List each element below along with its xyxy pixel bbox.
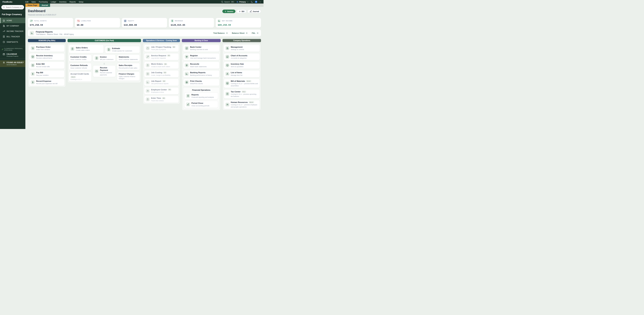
card-banking-reports[interactable]: Banking Reports Banking performance & hi… [183, 70, 220, 77]
card-reconcile[interactable]: Reconcile Match bank statements [183, 62, 220, 69]
operations-header: Operations & Services – Coming Soon [143, 39, 180, 42]
card-record-expense[interactable]: Record Expense Record your expenses w/o … [29, 79, 64, 86]
menu-reports[interactable]: Reports [70, 1, 76, 3]
card-tax-center[interactable]: Tax Center V1.1 Coming in V1.1 – preview… [224, 89, 260, 99]
card-work-orders[interactable]: Work Orders V2 Create & track work order… [144, 62, 179, 69]
card-job-costing[interactable]: Job Costing V2 Costs, margin & profitabi… [144, 70, 179, 77]
card-period-close[interactable]: Period Close Close accounting periods [184, 101, 218, 108]
menu-inventory[interactable]: Inventory [59, 1, 66, 3]
calendar-icon [3, 53, 5, 55]
card-customer-refunds[interactable]: Customer Refunds Issue customer refunds [69, 63, 92, 70]
card-management[interactable]: Management Settings & controls [224, 45, 260, 52]
home-icon [3, 19, 5, 22]
card-sales-orders[interactable]: Sales Orders Create sales orders [69, 45, 104, 53]
new-journal-button[interactable]: Journal [248, 9, 261, 13]
sidebar-item-label: HOME [6, 19, 12, 21]
card-sales-receipts[interactable]: Sales Receipts Record point-of-sale sale… [117, 63, 140, 70]
chevron-down-icon[interactable] [259, 1, 262, 3]
card-chart-of-accounts[interactable]: Chart of Accounts Accounts & categories [224, 53, 260, 60]
menu-ledger[interactable]: Ledger [51, 1, 56, 3]
avatar[interactable]: M [255, 1, 257, 3]
card-pay-bill[interactable]: Pay Bill Pay your vendors [29, 70, 64, 77]
link-pl[interactable]: P&L [252, 32, 259, 34]
card-bank-center[interactable]: Bank Center Banking overview & tools [183, 45, 220, 52]
clipboard-icon [186, 94, 190, 98]
new-bill-button[interactable]: Bill [237, 9, 246, 13]
briefcase-icon [146, 46, 150, 50]
sidebar-item-label: INCOME TRACKER [6, 30, 24, 32]
dark-mode-toggle[interactable] [251, 1, 253, 3]
version-badge: V2 [163, 71, 167, 73]
card-list-of-items[interactable]: List of Items Manage item list [224, 70, 260, 77]
sidebar-item-income-tracker[interactable]: INCOME TRACKER [0, 28, 26, 34]
sidebar-item-snapshots[interactable]: SNAPSHOTS [0, 39, 26, 45]
pen-icon [250, 10, 252, 12]
arrow-right-icon [226, 32, 228, 34]
card-employee-center[interactable]: Employee Center V2 Employees & time [144, 87, 179, 94]
card-enter-time[interactable]: Enter Time V2 Track time entries [144, 96, 179, 103]
card-inventory-hub[interactable]: Inventory Hub Items & quantities [224, 62, 260, 69]
card-job-report[interactable]: Job Report V2 Job performance reports [144, 79, 179, 86]
org-switcher[interactable]: Primary [236, 1, 249, 3]
tab-journal[interactable]: Journal [39, 3, 50, 7]
sidebar-item-bill-tracker[interactable]: BILL TRACKER [0, 34, 26, 39]
customers-column: CUSTOMERS (Get Paid) Sales Orders Create… [68, 39, 141, 83]
card-invoice[interactable]: Invoice Bill your customers [93, 54, 116, 62]
menu-edit[interactable]: Edit [26, 1, 28, 3]
version-badge: V2 [172, 46, 176, 48]
sidebar-item-calendar[interactable]: CALENDAR Personal Finance [0, 52, 26, 59]
arrow-right-icon [245, 32, 248, 34]
card-receive-inventory[interactable]: Receive Inventory Receive ordered items [29, 53, 64, 60]
card-human-resources[interactable]: Human Resources V1.1+ Coming in V1.1+ – … [224, 100, 260, 109]
sidebar-search[interactable] [1, 5, 24, 9]
card-customer-credits[interactable]: Customer Credits Issue customer credits [69, 54, 92, 62]
card-reports[interactable]: Reports Financial reporting and analysis [184, 92, 218, 100]
card-bill-of-materials[interactable]: Bill of Materials V1.1+ Coming in V1.1+ … [224, 79, 260, 88]
card-finance-charges[interactable]: Finance Charges Apply customer finance c… [117, 71, 140, 81]
card-statements[interactable]: Statements Send customer statements [117, 54, 140, 62]
stat-value: $79,250.59 [30, 24, 71, 26]
top-menu: Edit Sales Purchasing Ledger Inventory R… [26, 1, 83, 3]
card-receive-payment[interactable]: Receive Payment Record customer payments [93, 65, 116, 77]
card-purchase-order[interactable]: Purchase Order Order from vendors [29, 45, 64, 52]
building-icon [3, 25, 5, 27]
sidebar-search-input[interactable] [6, 6, 22, 8]
dollar-icon [171, 19, 174, 22]
leaf-icon [2, 48, 3, 50]
card-job-project-tracking[interactable]: Job / Project Tracking V2 Track jobs & p… [144, 45, 179, 52]
stat-net-income: NET INCOME $69,250.59 [216, 18, 261, 27]
stat-value: $120,815.65 [171, 24, 212, 26]
global-search-button[interactable]: Search ⌘K [221, 1, 234, 3]
company-name: Fat Dogs Creamery [0, 11, 26, 18]
clipboard-icon [70, 47, 74, 51]
card-estimate[interactable]: Estimate Create quotes for customers [105, 46, 140, 53]
calculator-icon [146, 72, 150, 76]
stat-label: TOTAL ASSETS [34, 20, 46, 22]
version-badge: V2 [162, 80, 166, 82]
menu-setup[interactable]: Setup [79, 1, 83, 3]
version-badge: V2 [164, 63, 167, 65]
menu-sales[interactable]: Sales [32, 1, 36, 3]
banking-header: Banking & Close [182, 39, 221, 42]
sidebar-item-my-company[interactable]: MY COMPANY [0, 23, 26, 28]
sidebar-item-label: SNAPSHOTS [6, 41, 18, 43]
new-invoice-button[interactable]: Invoice [222, 9, 236, 13]
sidebar-item-feedback[interactable]: FOUND AN ISSUE? Send feedback [0, 60, 26, 67]
scales-icon [185, 55, 189, 59]
page-title: Dashboard [28, 9, 56, 13]
card-accept-credit-cards[interactable]: Accept Credit Cards V1.1+ Coming in V1.1… [69, 71, 92, 82]
bar-chart-icon [218, 19, 221, 22]
sidebar-item-home[interactable]: HOME [0, 18, 26, 23]
menu-purchasing[interactable]: Purchasing [39, 1, 48, 3]
card-register[interactable]: Register View and manage bank transactio… [183, 53, 220, 60]
trend-down-icon [77, 19, 80, 22]
main-content: Dashboard Financial overview as of 2026-… [26, 7, 264, 129]
card-print-checks[interactable]: Print Checks Write/Print checks [183, 79, 220, 86]
financial-operations-section: Financial Operations Reports Financial r… [183, 87, 220, 109]
link-balance-sheet[interactable]: Balance Sheet [232, 32, 248, 34]
card-enter-bill[interactable]: Enter Bill Record vendor bills [29, 62, 64, 69]
card-service-request[interactable]: Service Request V2 Log service requests [144, 53, 179, 60]
link-trial-balance[interactable]: Trial Balance [213, 32, 228, 34]
tab-home-page[interactable]: Home Page [26, 3, 39, 7]
book-check-icon [185, 46, 189, 50]
